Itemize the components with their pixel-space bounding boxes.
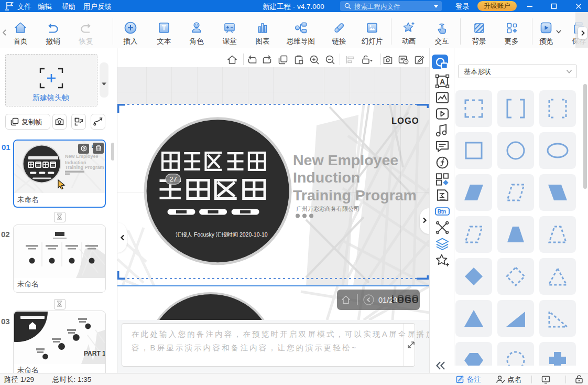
- svg-text:A: A: [440, 78, 445, 86]
- svg-text:Btn: Btn: [438, 209, 447, 215]
- svg-text:Training Program: Training Program: [65, 165, 104, 170]
- svg-text:New Employee: New Employee: [65, 154, 99, 159]
- svg-text:PART 1: PART 1: [84, 350, 105, 357]
